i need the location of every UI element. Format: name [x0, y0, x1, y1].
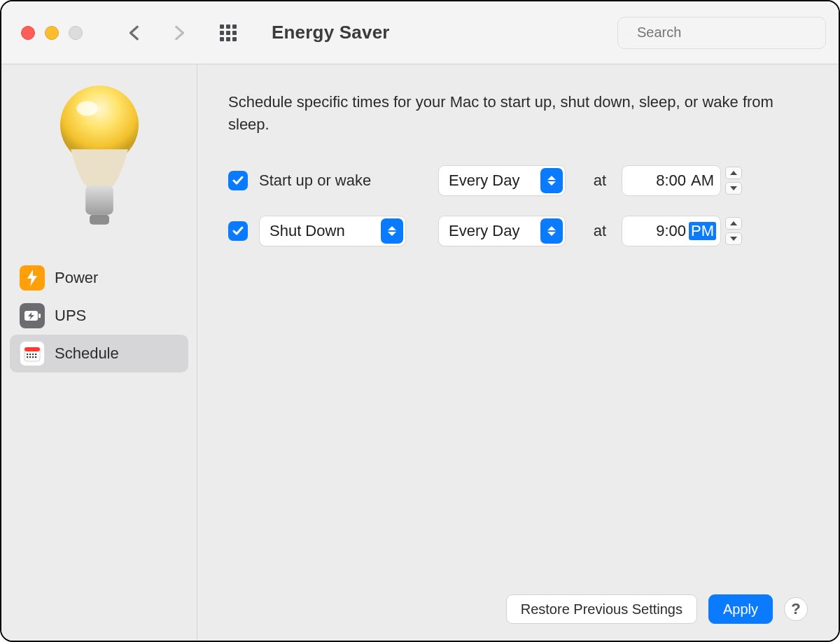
time-value: 9:00 [629, 222, 689, 240]
popup-arrows-icon [381, 218, 403, 244]
startup-day-popup[interactable]: Every Day [438, 165, 566, 196]
svg-rect-13 [35, 354, 36, 355]
search-input[interactable] [636, 24, 816, 41]
svg-rect-3 [85, 186, 113, 215]
svg-rect-17 [35, 356, 36, 358]
ampm-value: PM [689, 222, 716, 240]
startup-time-field[interactable]: 8:00 AM [622, 165, 721, 196]
svg-rect-15 [29, 356, 31, 358]
time-value: 8:00 [629, 172, 689, 190]
shutdown-action-popup[interactable]: Shut Down [259, 216, 406, 246]
nav-arrows [126, 24, 188, 42]
sidebar-item-schedule[interactable]: Schedule [10, 335, 188, 372]
titlebar: Energy Saver [1, 1, 839, 64]
at-label: at [578, 222, 622, 240]
shutdown-time-stepper[interactable] [725, 217, 742, 245]
at-label: at [578, 172, 622, 190]
search-field[interactable] [617, 17, 826, 49]
sidebar: Power UPS [1, 64, 197, 641]
stepper-down-icon[interactable] [725, 232, 742, 245]
lightbulb-icon [54, 84, 145, 231]
shutdown-time-field[interactable]: 9:00 PM [622, 216, 721, 246]
shutdown-day-popup[interactable]: Every Day [438, 216, 566, 246]
startup-time-stepper[interactable] [725, 167, 742, 195]
back-button[interactable] [126, 24, 144, 42]
svg-point-5 [76, 102, 97, 116]
zoom-window-button[interactable] [69, 26, 83, 40]
restore-settings-button[interactable]: Restore Previous Settings [506, 594, 697, 624]
footer: Restore Previous Settings Apply ? [228, 580, 808, 624]
bolt-icon [20, 265, 45, 291]
window-title: Energy Saver [272, 22, 390, 43]
intro-text: Schedule specific times for your Mac to … [228, 91, 808, 136]
startup-row: Start up or wake Every Day at 8:00 AM [228, 165, 808, 196]
svg-rect-7 [38, 314, 41, 318]
startup-label: Start up or wake [259, 172, 371, 190]
energy-saver-icon [10, 84, 188, 231]
svg-rect-16 [32, 356, 34, 358]
popup-arrows-icon [540, 168, 563, 193]
popup-value: Every Day [449, 172, 519, 190]
startup-checkbox[interactable] [228, 171, 248, 190]
battery-icon [20, 303, 45, 328]
popup-arrows-icon [540, 218, 563, 244]
stepper-down-icon[interactable] [725, 182, 742, 195]
popup-value: Every Day [449, 222, 519, 240]
sidebar-item-power[interactable]: Power [10, 259, 188, 297]
forward-button[interactable] [169, 24, 188, 42]
show-all-prefs-button[interactable] [220, 25, 237, 41]
svg-rect-4 [90, 215, 109, 225]
shutdown-row: Shut Down Every Day at [228, 216, 808, 246]
stepper-up-icon[interactable] [725, 217, 742, 230]
sidebar-item-label: Schedule [55, 344, 119, 363]
minimize-window-button[interactable] [45, 26, 59, 40]
stepper-up-icon[interactable] [725, 167, 742, 179]
schedule-pane: Schedule specific times for your Mac to … [197, 64, 839, 641]
window-controls [21, 26, 83, 40]
help-button[interactable]: ? [784, 597, 808, 621]
svg-rect-10 [27, 354, 28, 355]
svg-rect-9 [24, 347, 40, 351]
checkmark-icon [232, 174, 244, 187]
svg-rect-11 [29, 354, 31, 355]
sidebar-item-ups[interactable]: UPS [10, 297, 188, 335]
sidebar-item-label: UPS [55, 307, 86, 325]
close-window-button[interactable] [21, 26, 35, 40]
svg-rect-12 [32, 354, 34, 355]
checkmark-icon [232, 225, 244, 237]
svg-rect-14 [27, 356, 28, 358]
sidebar-item-label: Power [55, 269, 98, 287]
shutdown-checkbox[interactable] [228, 221, 248, 241]
calendar-icon [20, 341, 45, 366]
popup-value: Shut Down [270, 222, 345, 240]
system-preferences-window: Energy Saver [0, 0, 840, 642]
ampm-value: AM [689, 172, 716, 190]
apply-button[interactable]: Apply [708, 594, 773, 624]
search-icon [628, 25, 629, 41]
